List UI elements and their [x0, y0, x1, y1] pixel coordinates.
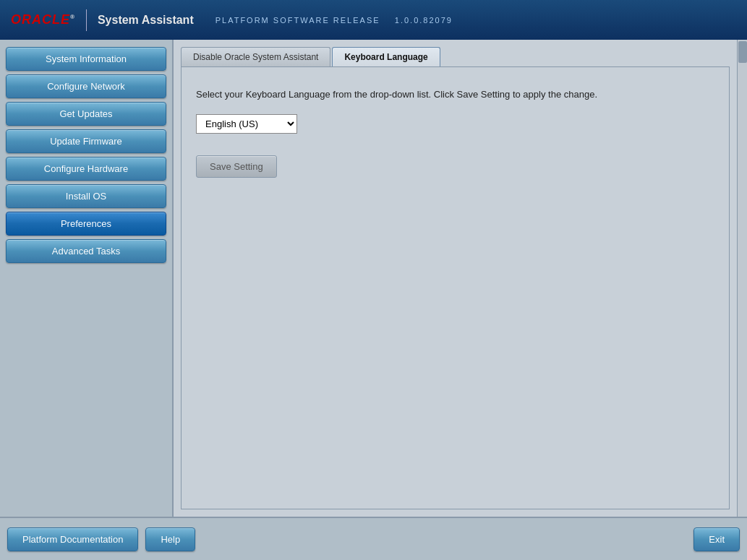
- sidebar-item-system-information[interactable]: System Information: [6, 47, 166, 71]
- sidebar: System Information Configure Network Get…: [0, 40, 174, 517]
- scrollbar-thumb[interactable]: [738, 41, 747, 63]
- sidebar-item-install-os[interactable]: Install OS: [6, 184, 166, 208]
- footer: Platform Documentation Help Exit: [0, 517, 747, 560]
- tab-disable-oracle[interactable]: Disable Oracle System Assistant: [181, 47, 330, 66]
- scrollbar[interactable]: [737, 40, 747, 517]
- sidebar-item-preferences[interactable]: Preferences: [6, 212, 166, 236]
- content-wrapper: Disable Oracle System Assistant Keyboard…: [174, 40, 747, 517]
- header: ORACLE® System Assistant PLATFORM SOFTWA…: [0, 0, 747, 40]
- sidebar-item-update-firmware[interactable]: Update Firmware: [6, 129, 166, 153]
- app-title: System Assistant: [98, 14, 194, 27]
- keyboard-language-dropdown[interactable]: English (US) French German Spanish Japan…: [196, 114, 297, 134]
- help-button[interactable]: Help: [145, 527, 195, 551]
- tab-panel: Select your Keyboard Language from the d…: [181, 66, 730, 509]
- content-area: Disable Oracle System Assistant Keyboard…: [174, 40, 737, 517]
- sidebar-item-advanced-tasks[interactable]: Advanced Tasks: [6, 239, 166, 263]
- main-layout: System Information Configure Network Get…: [0, 40, 747, 517]
- tabs-bar: Disable Oracle System Assistant Keyboard…: [181, 47, 730, 66]
- sidebar-item-configure-network[interactable]: Configure Network: [6, 74, 166, 98]
- sidebar-item-get-updates[interactable]: Get Updates: [6, 102, 166, 126]
- header-subtitle: PLATFORM SOFTWARE RELEASE 1.0.0.82079: [215, 16, 453, 25]
- tab-keyboard-language[interactable]: Keyboard Language: [332, 47, 440, 66]
- header-divider: [86, 9, 87, 31]
- exit-button[interactable]: Exit: [693, 527, 740, 551]
- sidebar-item-configure-hardware[interactable]: Configure Hardware: [6, 157, 166, 181]
- instruction-text: Select your Keyboard Language from the d…: [196, 89, 714, 100]
- oracle-logo: ORACLE®: [11, 12, 75, 27]
- save-setting-button[interactable]: Save Setting: [196, 155, 277, 178]
- platform-documentation-button[interactable]: Platform Documentation: [7, 527, 138, 551]
